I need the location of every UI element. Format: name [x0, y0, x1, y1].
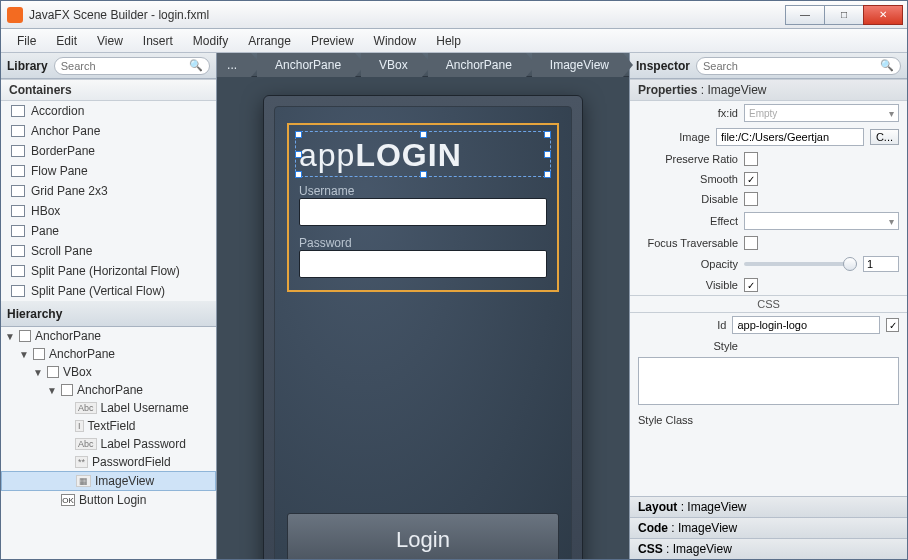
- tree-imageview[interactable]: ▦ImageView: [1, 471, 216, 491]
- window-buttons: — □ ✕: [786, 5, 903, 25]
- focus-checkbox[interactable]: [744, 236, 758, 250]
- lib-pane[interactable]: Pane: [1, 221, 216, 241]
- password-field[interactable]: [299, 250, 547, 278]
- maximize-button[interactable]: □: [824, 5, 864, 25]
- tree-anchorpane-1[interactable]: ▼AnchorPane: [1, 345, 216, 363]
- menu-insert[interactable]: Insert: [135, 32, 181, 50]
- resize-handle-br[interactable]: [544, 171, 551, 178]
- username-label: Username: [299, 184, 547, 198]
- properties-header[interactable]: Properties : ImageView: [630, 79, 907, 101]
- selection-frame[interactable]: appLOGIN Username Password: [287, 123, 559, 292]
- crumb-1[interactable]: AnchorPane: [257, 53, 355, 77]
- menubar: File Edit View Insert Modify Arrange Pre…: [1, 29, 907, 53]
- style-textarea[interactable]: [638, 357, 899, 405]
- crumb-4[interactable]: ImageView: [532, 53, 623, 77]
- search-icon: 🔍: [880, 59, 894, 72]
- lib-gridpane[interactable]: Grid Pane 2x3: [1, 181, 216, 201]
- tree-label-password[interactable]: AbcLabel Password: [1, 435, 216, 453]
- menu-modify[interactable]: Modify: [185, 32, 236, 50]
- disable-checkbox[interactable]: [744, 192, 758, 206]
- id-checkbox[interactable]: ✓: [886, 318, 899, 332]
- fxid-combo[interactable]: Empty▾: [744, 104, 899, 122]
- layout-strip[interactable]: Layout : ImageView: [630, 496, 907, 517]
- login-button[interactable]: Login: [287, 513, 559, 559]
- tree-label-username[interactable]: AbcLabel Username: [1, 399, 216, 417]
- canvas-panel: ... AnchorPane VBox AnchorPane ImageView: [217, 53, 629, 559]
- minimize-button[interactable]: —: [785, 5, 825, 25]
- canvas-area[interactable]: appLOGIN Username Password Login: [217, 77, 629, 559]
- tree-button-login[interactable]: OKButton Login: [1, 491, 216, 509]
- visible-checkbox[interactable]: ✓: [744, 278, 758, 292]
- tree-textfield[interactable]: ITextField: [1, 417, 216, 435]
- app-window: JavaFX Scene Builder - login.fxml — □ ✕ …: [0, 0, 908, 560]
- crumb-2[interactable]: VBox: [361, 53, 422, 77]
- image-path-input[interactable]: [716, 128, 864, 146]
- titlebar: JavaFX Scene Builder - login.fxml — □ ✕: [1, 1, 907, 29]
- tree-anchorpane-2[interactable]: ▼AnchorPane: [1, 381, 216, 399]
- resize-handle-tr[interactable]: [544, 131, 551, 138]
- smooth-checkbox[interactable]: ✓: [744, 172, 758, 186]
- prop-preserve-ratio: Preserve Ratio: [630, 149, 907, 169]
- inspector-header: Inspector 🔍: [630, 53, 907, 79]
- lib-scrollpane[interactable]: Scroll Pane: [1, 241, 216, 261]
- prop-focus: Focus Traversable: [630, 233, 907, 253]
- lib-splitpane-v[interactable]: Split Pane (Vertical Flow): [1, 281, 216, 301]
- menu-window[interactable]: Window: [366, 32, 425, 50]
- resize-handle-bc[interactable]: [420, 171, 427, 178]
- breadcrumb: ... AnchorPane VBox AnchorPane ImageView: [217, 53, 629, 77]
- crumb-root[interactable]: ...: [217, 53, 251, 77]
- hierarchy-header: Hierarchy: [1, 301, 216, 327]
- opacity-value[interactable]: [863, 256, 899, 272]
- css-subheader: CSS: [630, 295, 907, 313]
- prop-effect: Effect ▾: [630, 209, 907, 233]
- css-strip[interactable]: CSS : ImageView: [630, 538, 907, 559]
- tree-vbox[interactable]: ▼VBox: [1, 363, 216, 381]
- window-title: JavaFX Scene Builder - login.fxml: [29, 8, 786, 22]
- resize-handle-bl[interactable]: [295, 171, 302, 178]
- prop-smooth: Smooth ✓: [630, 169, 907, 189]
- crumb-3[interactable]: AnchorPane: [428, 53, 526, 77]
- username-field[interactable]: [299, 198, 547, 226]
- lib-borderpane[interactable]: BorderPane: [1, 141, 216, 161]
- prop-opacity: Opacity: [630, 253, 907, 275]
- preview-device: appLOGIN Username Password Login: [263, 95, 583, 559]
- prop-style: Style: [630, 337, 907, 355]
- main-body: Library 🔍 Containers Accordion Anchor Pa…: [1, 53, 907, 559]
- hierarchy-tree: ▼AnchorPane ▼AnchorPane ▼VBox ▼AnchorPan…: [1, 327, 216, 559]
- lib-hbox[interactable]: HBox: [1, 201, 216, 221]
- library-search-input[interactable]: [61, 60, 189, 72]
- lib-splitpane-h[interactable]: Split Pane (Horizontal Flow): [1, 261, 216, 281]
- library-search[interactable]: 🔍: [54, 57, 210, 75]
- library-header: Library 🔍: [1, 53, 216, 79]
- opacity-slider[interactable]: [744, 262, 857, 266]
- resize-handle-ml[interactable]: [295, 151, 302, 158]
- menu-help[interactable]: Help: [428, 32, 469, 50]
- inspector-search-input[interactable]: [703, 60, 880, 72]
- resize-handle-tl[interactable]: [295, 131, 302, 138]
- effect-combo[interactable]: ▾: [744, 212, 899, 230]
- code-strip[interactable]: Code : ImageView: [630, 517, 907, 538]
- tree-anchorpane-root[interactable]: ▼AnchorPane: [1, 327, 216, 345]
- preview-root: appLOGIN Username Password Login: [274, 106, 572, 559]
- menu-file[interactable]: File: [9, 32, 44, 50]
- slider-thumb[interactable]: [843, 257, 857, 271]
- tree-passwordfield[interactable]: **PasswordField: [1, 453, 216, 471]
- lib-accordion[interactable]: Accordion: [1, 101, 216, 121]
- inspector-search[interactable]: 🔍: [696, 57, 901, 75]
- preserve-ratio-checkbox[interactable]: [744, 152, 758, 166]
- menu-view[interactable]: View: [89, 32, 131, 50]
- close-button[interactable]: ✕: [863, 5, 903, 25]
- prop-styleclass: Style Class: [630, 411, 907, 429]
- imageview-icon: ▦: [76, 475, 91, 487]
- lib-anchorpane[interactable]: Anchor Pane: [1, 121, 216, 141]
- image-browse-button[interactable]: C...: [870, 129, 899, 145]
- menu-preview[interactable]: Preview: [303, 32, 362, 50]
- css-id-input[interactable]: [732, 316, 880, 334]
- prop-id: Id ✓: [630, 313, 907, 337]
- resize-handle-mr[interactable]: [544, 151, 551, 158]
- lib-flowpane[interactable]: Flow Pane: [1, 161, 216, 181]
- menu-arrange[interactable]: Arrange: [240, 32, 299, 50]
- ok-badge-icon: OK: [61, 494, 75, 506]
- resize-handle-tc[interactable]: [420, 131, 427, 138]
- menu-edit[interactable]: Edit: [48, 32, 85, 50]
